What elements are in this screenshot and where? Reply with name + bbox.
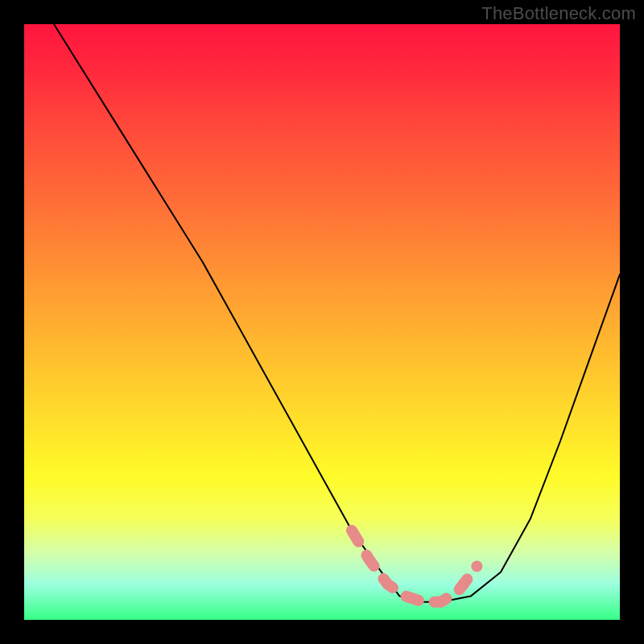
watermark-text: TheBottleneck.com bbox=[481, 3, 636, 24]
bottleneck-curve bbox=[54, 24, 620, 602]
curve-layer bbox=[24, 24, 620, 620]
chart-canvas: TheBottleneck.com bbox=[0, 0, 644, 644]
optimal-zone-highlight bbox=[352, 530, 477, 602]
plot-area bbox=[24, 24, 620, 620]
